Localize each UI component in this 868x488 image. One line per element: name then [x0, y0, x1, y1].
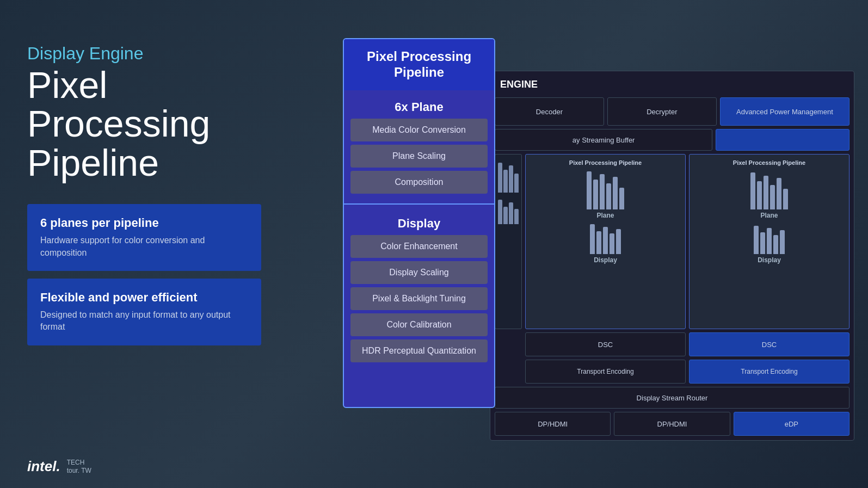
power-placeholder [716, 129, 849, 151]
pipeline-col2-display-label: Display [758, 256, 781, 264]
transport-cell-1: Transport Encoding [525, 360, 686, 384]
title-line2: Processing [27, 103, 210, 144]
dsc-cell-2: DSC [689, 332, 849, 356]
dsc-cell-1: DSC [525, 332, 686, 356]
transport-row: Transport Encoding Transport Encoding [495, 360, 849, 384]
dp-row: DP/HDMI DP/HDMI eDP [495, 412, 849, 436]
plane-section: 6x Plane Media Color Conversion Plane Sc… [344, 90, 494, 201]
diagram-area: ENGINE Decoder Decrypter Advanced Power … [343, 38, 860, 452]
title-line1: Pixel [27, 64, 107, 106]
dp-cell-1: DP/HDMI [495, 412, 611, 436]
display-section: Display Color Enhancement Display Scalin… [344, 207, 494, 370]
display-item-1: Display Scaling [350, 261, 488, 284]
adv-power-cell: Advanced Power Management [720, 97, 849, 126]
display-item-0: Color Enhancement [350, 235, 488, 258]
left-panel: Display Engine Pixel Processing Pipeline… [27, 44, 261, 353]
badge-tech: TECH [67, 459, 85, 466]
decode-row: Decoder Decrypter Advanced Power Managem… [495, 97, 849, 126]
engine-panel: ENGINE Decoder Decrypter Advanced Power … [490, 71, 854, 441]
edp-cell: eDP [734, 412, 849, 436]
pipeline-col1-display-label: Display [594, 256, 617, 264]
card2-title: Flexible and power efficient [40, 291, 248, 305]
title-line3: Pipeline [27, 142, 159, 183]
left-partial-col [495, 154, 522, 329]
badge-tw: TW [81, 467, 91, 474]
pipeline-header: Pixel Processing Pipeline [344, 39, 494, 90]
pipeline-col2-plane-label: Plane [760, 212, 778, 219]
dsc-row: DSC DSC [495, 332, 849, 356]
intel-logo: intel. TECH tour. TW [27, 458, 91, 475]
plane-item-1: Plane Scaling [350, 145, 488, 168]
pipeline-col1-display-bars [590, 221, 621, 254]
decoder-cell: Decoder [495, 97, 604, 126]
streaming-row: ay Streaming Buffer [495, 129, 849, 151]
pipeline-col-2: Pixel Processing Pipeline Plane [689, 154, 849, 329]
pipeline-divider [344, 203, 494, 205]
pipeline-col1-plane-bars [587, 169, 624, 209]
display-section-title: Display [350, 211, 488, 235]
display-item-4: HDR Perceptual Quantization [350, 339, 488, 362]
plane-section-title: 6x Plane [350, 95, 488, 119]
info-card-1: 6 planes per pipeline Hardware support f… [27, 204, 261, 271]
pipeline-col2-plane-bars [750, 169, 788, 209]
pipeline-header-title: Pixel Processing Pipeline [355, 49, 483, 81]
pipeline-col1-label: Pixel Processing Pipeline [569, 159, 642, 166]
display-item-3: Color Calibration [350, 313, 488, 336]
title-subtitle: Display Engine [27, 44, 261, 64]
dp-cell-2: DP/HDMI [614, 412, 730, 436]
left-partial-disp-bars [498, 197, 519, 224]
transport-spacer [495, 360, 522, 384]
pipeline-main: Pixel Processing Pipeline 6x Plane Media… [343, 38, 495, 408]
display-item-2: Pixel & Backlight Tuning [350, 287, 488, 310]
router-row: Display Stream Router [495, 387, 849, 409]
info-card-2: Flexible and power efficient Designed to… [27, 279, 261, 345]
card2-body: Designed to match any input format to an… [40, 309, 248, 333]
transport-cell-2: Transport Encoding [689, 360, 849, 384]
engine-inner: Decoder Decrypter Advanced Power Managem… [495, 97, 849, 436]
plane-item-0: Media Color Conversion [350, 119, 488, 141]
pipeline-col2-label: Pixel Processing Pipeline [733, 159, 805, 166]
plane-item-2: Composition [350, 171, 488, 194]
router-cell: Display Stream Router [495, 387, 849, 409]
decrypter-cell: Decrypter [607, 97, 717, 126]
left-partial-bars [498, 160, 519, 193]
streaming-buffer-cell: ay Streaming Buffer [495, 129, 712, 151]
badge-tour: tour. [67, 467, 79, 474]
dsc-spacer [495, 332, 522, 356]
engine-label: ENGINE [490, 71, 854, 98]
pipeline-col2-display-bars [754, 221, 785, 254]
pipeline-col-1: Pixel Processing Pipeline Plane [525, 154, 686, 329]
card1-title: 6 planes per pipeline [40, 216, 248, 230]
tech-tour-badge: TECH tour. TW [67, 459, 91, 474]
card1-body: Hardware support for color conversion an… [40, 234, 248, 259]
pipeline-cols-row: Pixel Processing Pipeline Plane [495, 154, 849, 329]
intel-wordmark: intel. [27, 458, 60, 475]
pipeline-col1-plane-label: Plane [596, 212, 614, 219]
title-main: Pixel Processing Pipeline [27, 66, 261, 182]
